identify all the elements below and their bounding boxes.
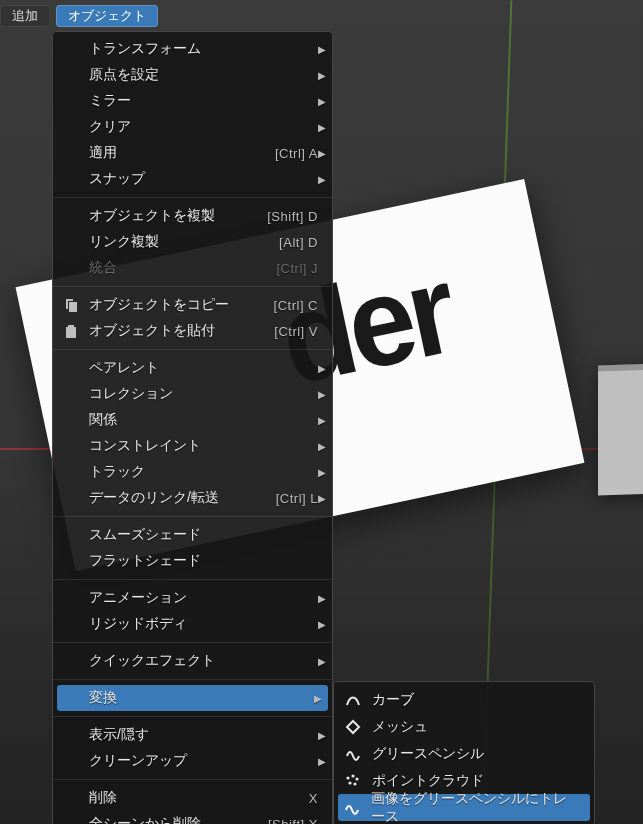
chevron-right-icon: ▶ [318,44,326,55]
menu-item[interactable]: ミラー▶ [53,88,332,114]
submenu-item[interactable]: メッシュ [334,713,594,740]
chevron-right-icon: ▶ [318,363,326,374]
convert-submenu[interactable]: カーブメッシュグリースペンシルポイントクラウド画像をグリースペンシルにトレース [333,681,595,824]
chevron-right-icon: ▶ [314,693,322,704]
menu-item-label: スムーズシェード [89,526,322,544]
menu-item[interactable]: フラットシェード [53,548,332,574]
menu-item-label: トランスフォーム [89,40,322,58]
svg-point-4 [353,782,356,785]
menu-item-label: クイックエフェクト [89,652,322,670]
menu-item-label: オブジェクトをコピー [89,296,274,314]
menu-item[interactable]: 関係▶ [53,407,332,433]
chevron-right-icon: ▶ [318,415,326,426]
chevron-right-icon: ▶ [318,148,326,159]
menu-item[interactable]: クリア▶ [53,114,332,140]
menu-item-label: データのリンク/転送 [89,489,276,507]
submenu-item-label: グリースペンシル [372,745,484,763]
chevron-right-icon: ▶ [318,493,326,504]
menu-separator [53,579,332,580]
menu-item[interactable]: クリーンアップ▶ [53,748,332,774]
submenu-item-label: ポイントクラウド [372,772,484,790]
menu-separator [53,716,332,717]
menu-item[interactable]: コンストレイント▶ [53,433,332,459]
object-menu-button[interactable]: オブジェクト [56,5,158,27]
menu-item[interactable]: オブジェクトをコピー[Ctrl] C [53,292,332,318]
menu-item[interactable]: アニメーション▶ [53,585,332,611]
menu-item[interactable]: 適用[Ctrl] A▶ [53,140,332,166]
submenu-item[interactable]: 画像をグリースペンシルにトレース [338,794,590,821]
svg-point-1 [351,774,354,777]
menu-item-label: 変換 [89,689,322,707]
menu-item[interactable]: オブジェクトを貼付[Ctrl] V [53,318,332,344]
menu-item-shortcut: [Ctrl] L [276,491,322,506]
submenu-item-label: カーブ [372,691,414,709]
menu-item[interactable]: 削除X [53,785,332,811]
menu-separator [53,779,332,780]
submenu-item-label: 画像をグリースペンシルにトレース [371,790,580,825]
menu-item-shortcut: [Shift] D [267,209,322,224]
menu-item-label: スナップ [89,170,322,188]
menu-item[interactable]: 原点を設定▶ [53,62,332,88]
menu-separator [53,197,332,198]
chevron-right-icon: ▶ [318,756,326,767]
menu-item-label: 表示/隠す [89,726,322,744]
menu-item-label: ペアレント [89,359,322,377]
menu-item-shortcut: [Ctrl] V [274,324,322,339]
chevron-right-icon: ▶ [318,619,326,630]
menu-item-label: 統合 [89,259,276,277]
menu-item[interactable]: 全シーンから削除[Shift] X [53,811,332,824]
menu-item[interactable]: トラック▶ [53,459,332,485]
add-menu-button[interactable]: 追加 [0,5,50,27]
chevron-right-icon: ▶ [318,96,326,107]
submenu-item[interactable]: グリースペンシル [334,740,594,767]
menu-item-label: トラック [89,463,322,481]
menu-item[interactable]: 表示/隠す▶ [53,722,332,748]
menu-item[interactable]: コレクション▶ [53,381,332,407]
menu-item-shortcut: [Ctrl] A [275,146,322,161]
menu-item-label: コンストレイント [89,437,322,455]
chevron-right-icon: ▶ [318,389,326,400]
object-menu[interactable]: トランスフォーム▶原点を設定▶ミラー▶クリア▶適用[Ctrl] A▶スナップ▶オ… [52,31,333,824]
menu-item-label: 原点を設定 [89,66,322,84]
curve-icon [344,691,362,709]
menu-item[interactable]: データのリンク/転送[Ctrl] L▶ [53,485,332,511]
menu-item[interactable]: リジッドボディ▶ [53,611,332,637]
menu-item-label: コレクション [89,385,322,403]
menu-item-shortcut: X [309,791,322,806]
menu-item[interactable]: 変換▶ [57,685,328,711]
menu-separator [53,516,332,517]
menu-item-label: ミラー [89,92,322,110]
menu-item[interactable]: ペアレント▶ [53,355,332,381]
menu-item-label: アニメーション [89,589,322,607]
submenu-item-label: メッシュ [372,718,428,736]
paste-icon [63,323,79,339]
default-cube [598,359,643,496]
menu-item-label: 削除 [89,789,309,807]
menu-separator [53,679,332,680]
menu-item[interactable]: スナップ▶ [53,166,332,192]
menu-item[interactable]: クイックエフェクト▶ [53,648,332,674]
menu-item-label: リンク複製 [89,233,279,251]
menu-item[interactable]: リンク複製[Alt] D [53,229,332,255]
menu-item[interactable]: トランスフォーム▶ [53,36,332,62]
chevron-right-icon: ▶ [318,441,326,452]
menu-item-label: リジッドボディ [89,615,322,633]
svg-point-3 [348,781,351,784]
menu-item-label: オブジェクトを貼付 [89,322,274,340]
menu-item-label: 全シーンから削除 [89,815,268,824]
menu-separator [53,349,332,350]
menu-item[interactable]: オブジェクトを複製[Shift] D [53,203,332,229]
menu-item[interactable]: スムーズシェード [53,522,332,548]
points-icon [344,772,362,790]
menu-item: 統合[Ctrl] J [53,255,332,281]
menu-item-shortcut: [Shift] X [268,817,322,825]
menu-item-shortcut: [Alt] D [279,235,322,250]
menu-item-label: 適用 [89,144,275,162]
chevron-right-icon: ▶ [318,593,326,604]
chevron-right-icon: ▶ [318,70,326,81]
chevron-right-icon: ▶ [318,122,326,133]
menu-item-label: オブジェクトを複製 [89,207,267,225]
submenu-item[interactable]: カーブ [334,686,594,713]
chevron-right-icon: ▶ [318,467,326,478]
chevron-right-icon: ▶ [318,730,326,741]
